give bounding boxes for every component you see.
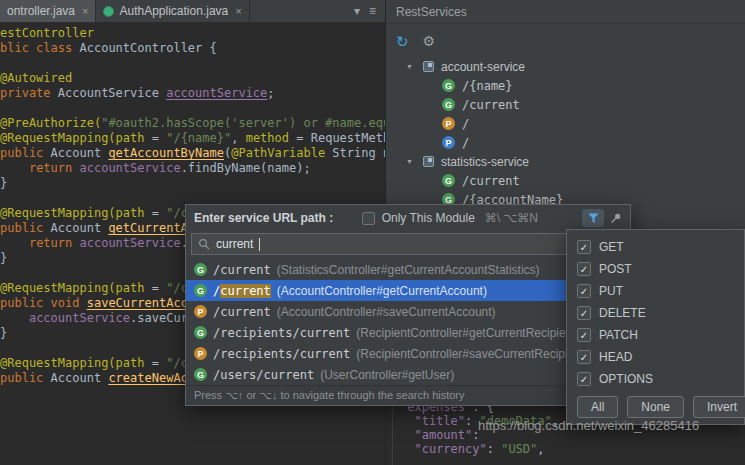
search-row: current (186, 231, 630, 259)
only-this-module-checkbox[interactable] (362, 212, 375, 225)
shortcut-hint: ⌘\ ⌥⌘N (485, 211, 538, 225)
code-line: return accountService.findByName(name); (0, 161, 385, 176)
tree-item-label: /current (462, 174, 520, 188)
method-filter-label: PUT (599, 284, 623, 298)
filter-icon (588, 213, 599, 224)
service-icon (423, 156, 434, 167)
code-line (0, 101, 385, 116)
tree-item-label: /{name} (462, 79, 513, 93)
checkbox-put[interactable]: ✓ (577, 284, 591, 298)
result-path: /recipients/current (213, 326, 350, 340)
tree-item--[interactable]: P/ (386, 114, 745, 133)
tab-label: ontroller.java (7, 4, 75, 18)
result-path: /current (213, 263, 271, 277)
method-icon-get: G (442, 98, 455, 111)
code-line: } (0, 176, 385, 191)
method-icon-post: P (194, 305, 207, 318)
method-filter-rows: ✓GET✓POST✓PUT✓DELETE✓PATCH✓HEAD✓OPTIONS (567, 236, 744, 390)
method-filter-buttons: AllNoneInvert (567, 390, 744, 418)
checkbox-patch[interactable]: ✓ (577, 328, 591, 342)
url-search-popup: Enter service URL path : Only This Modul… (185, 204, 631, 406)
method-filter-label: OPTIONS (599, 372, 653, 386)
refresh-icon[interactable]: ↻ (396, 34, 409, 49)
tree-item--name-[interactable]: G/{name} (386, 76, 745, 95)
pin-button[interactable] (610, 212, 622, 224)
tree-item--[interactable]: P/ (386, 133, 745, 152)
method-icon-get: G (194, 263, 207, 276)
tree-item-statistics-service[interactable]: ▼statistics-service (386, 152, 745, 171)
method-filter-row-delete[interactable]: ✓DELETE (567, 302, 744, 324)
pin-icon (610, 212, 622, 224)
tree-item--current[interactable]: G/current (386, 95, 745, 114)
chevron-down-icon[interactable]: ▼ (406, 158, 417, 165)
panel-title: RestServices (386, 0, 745, 24)
method-icon-get: G (194, 326, 207, 339)
close-icon[interactable]: × (82, 5, 88, 17)
tab-label: AuthApplication.java (119, 4, 228, 18)
close-icon[interactable]: × (235, 5, 241, 17)
code-line (0, 56, 385, 71)
result-row[interactable]: G/recipients/current(RecipientController… (186, 322, 630, 343)
popup-footer: Press ⌥↑ or ⌥↓ to navigate through the s… (186, 385, 630, 405)
search-text: current (216, 237, 253, 251)
result-path: /recipients/current (213, 347, 350, 361)
panel-toolbar: ↻ ⚙ (386, 24, 745, 54)
method-filter-row-patch[interactable]: ✓PATCH (567, 324, 744, 346)
search-icon (198, 238, 210, 250)
tree-item-label: / (462, 117, 469, 131)
invert-button[interactable]: Invert (693, 396, 745, 418)
tree-item-account-service[interactable]: ▼account-service (386, 57, 745, 76)
result-path: /current (213, 305, 271, 319)
all-button[interactable]: All (577, 396, 618, 418)
result-row[interactable]: G/users/current(UserController#getUser) (186, 364, 630, 385)
tab-authapplication[interactable]: AuthApplication.java × (96, 0, 249, 22)
only-this-module-label: Only This Module (382, 211, 475, 225)
popup-header: Enter service URL path : Only This Modul… (186, 205, 630, 231)
method-filter-row-head[interactable]: ✓HEAD (567, 346, 744, 368)
menu-icon[interactable]: ≡ (369, 4, 376, 18)
method-filter-label: DELETE (599, 306, 646, 320)
chevron-down-icon[interactable]: ▼ (406, 63, 417, 70)
chevron-down-icon[interactable]: ▾ (354, 4, 360, 18)
result-path: /current (213, 284, 271, 298)
method-filter-popup: ✓GET✓POST✓PUT✓DELETE✓PATCH✓HEAD✓OPTIONS … (566, 229, 745, 425)
method-icon-put: P (442, 136, 455, 149)
settings-icon[interactable]: ⚙ (423, 34, 436, 48)
search-input[interactable]: current (191, 233, 625, 255)
tree-item-label: /current (462, 98, 520, 112)
watermark: https://blog.csdn.net/weixin_46285416 (478, 418, 699, 433)
code-line: blic class AccountController { (0, 41, 385, 56)
method-icon-post: P (194, 347, 207, 360)
result-description: (UserController#getUser) (320, 368, 454, 382)
result-row[interactable]: P/current(AccountController#saveCurrentA… (186, 301, 630, 322)
tab-accountcontroller[interactable]: ontroller.java × (0, 0, 96, 22)
method-icon-get: G (442, 79, 455, 92)
none-button[interactable]: None (627, 396, 684, 418)
tree-item--current[interactable]: G/current (386, 171, 745, 190)
code-line: @RequestMapping(path = "/{name}", method… (0, 131, 385, 146)
tree-item-label: / (462, 136, 469, 150)
result-description: (StatisticsController#getCurrentAccountS… (277, 263, 540, 277)
method-filter-row-put[interactable]: ✓PUT (567, 280, 744, 302)
checkbox-head[interactable]: ✓ (577, 350, 591, 364)
result-path: /users/current (213, 368, 314, 382)
code-line: estController (0, 26, 385, 41)
checkbox-delete[interactable]: ✓ (577, 306, 591, 320)
method-filter-label: HEAD (599, 350, 632, 364)
checkbox-options[interactable]: ✓ (577, 372, 591, 386)
method-filter-row-get[interactable]: ✓GET (567, 236, 744, 258)
result-row[interactable]: G/current(AccountController#getCurrentAc… (186, 280, 630, 301)
tree-item-label: statistics-service (441, 155, 529, 169)
checkbox-post[interactable]: ✓ (577, 262, 591, 276)
result-description: (AccountController#getCurrentAccount) (277, 284, 487, 298)
popup-title: Enter service URL path : (194, 211, 333, 225)
code-line: @PreAuthorize("#oauth2.hasScope('server'… (0, 116, 385, 131)
code-line: public Account getAccountByName(@PathVar… (0, 146, 385, 161)
result-row[interactable]: P/recipients/current(RecipientController… (186, 343, 630, 364)
checkbox-get[interactable]: ✓ (577, 240, 591, 254)
tree-item-label: account-service (441, 60, 525, 74)
method-filter-row-post[interactable]: ✓POST (567, 258, 744, 280)
method-filter-row-options[interactable]: ✓OPTIONS (567, 368, 744, 390)
method-filter-button[interactable] (582, 209, 604, 227)
result-row[interactable]: G/current(StatisticsController#getCurren… (186, 259, 630, 280)
